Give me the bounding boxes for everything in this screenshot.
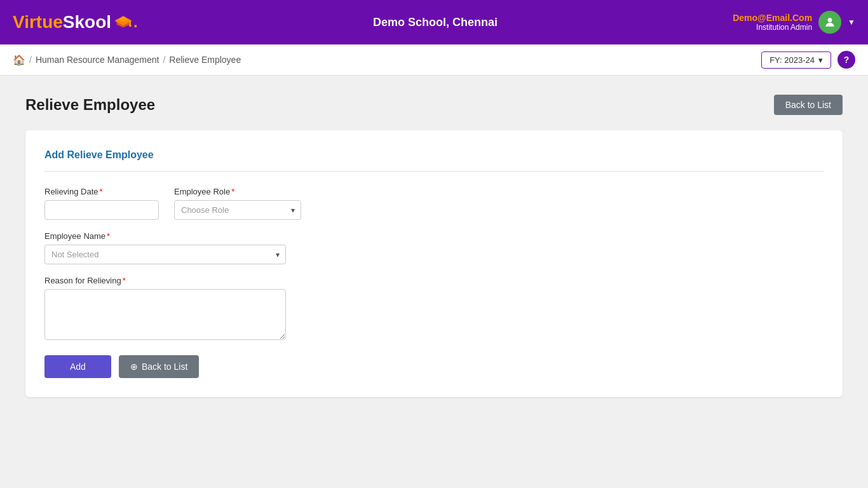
employee-name-group: Employee Name* Not Selected ▾ [44,231,286,264]
person-icon [824,16,836,29]
employee-name-label: Employee Name* [44,231,286,241]
help-button[interactable]: ? [837,51,855,69]
form-row-2: Employee Name* Not Selected ▾ [44,231,824,264]
breadcrumb-hrm[interactable]: Human Resource Management [36,55,159,65]
form-divider [44,171,824,172]
back-to-list-button[interactable]: ⊕ Back to List [119,355,199,378]
logo-virtue: Virtue [13,12,63,32]
logo-skool: Skool [63,12,111,32]
back-to-list-top-button[interactable]: Back to List [774,95,843,115]
relieving-date-group: Relieving Date* [44,187,159,220]
breadcrumb-right: FY: 2023-24 ▾ ? [761,51,855,69]
employee-role-select[interactable]: Choose Role [174,200,301,220]
user-email: Demo@Email.Com [733,13,812,23]
back-list-icon: ⊕ [130,362,138,372]
user-info: Demo@Email.Com Institution Admin [733,13,812,32]
required-star-reason: * [123,276,126,285]
required-star-date: * [100,187,103,196]
add-button[interactable]: Add [44,355,111,378]
required-star-role: * [231,187,234,196]
breadcrumb-sep-2: / [163,55,165,65]
reason-group: Reason for Relieving* [44,276,286,340]
header: VirtueSkool . Demo School, Chennai Demo@… [0,0,868,44]
relieving-date-input[interactable] [44,200,159,220]
user-dropdown-arrow[interactable]: ▼ [848,18,855,27]
form-row-1: Relieving Date* Employee Role* Choose Ro… [44,187,824,220]
required-star-name: * [107,231,110,241]
page-header: Relieve Employee Back to List [25,95,843,115]
back-list-label: Back to List [142,362,187,372]
form-section-title: Add Relieve Employee [44,149,824,161]
employee-role-label: Employee Role* [174,187,301,196]
form-row-3: Reason for Relieving* [44,276,824,340]
header-user-section: Demo@Email.Com Institution Admin ▼ [733,11,855,34]
main-content: Relieve Employee Back to List Add Reliev… [0,76,868,416]
reason-label: Reason for Relieving* [44,276,286,285]
relieving-date-label: Relieving Date* [44,187,159,196]
employee-role-group: Employee Role* Choose Role ▾ [174,187,301,220]
svg-point-3 [129,24,132,27]
home-icon[interactable]: 🏠 [13,54,25,66]
logo: VirtueSkool . [13,12,138,32]
breadcrumb-current: Relieve Employee [169,55,241,65]
fy-selector[interactable]: FY: 2023-24 ▾ [761,51,831,69]
avatar[interactable] [818,11,841,34]
breadcrumb-bar: 🏠 / Human Resource Management / Relieve … [0,44,868,76]
name-select-wrapper: Not Selected ▾ [44,245,286,264]
form-actions: Add ⊕ Back to List [44,355,824,378]
breadcrumb-sep-1: / [29,55,32,65]
logo-dot: . [133,13,138,31]
graduation-cap-icon [114,15,133,30]
svg-point-4 [828,18,832,22]
user-role: Institution Admin [756,23,812,32]
page-title: Relieve Employee [25,96,155,114]
fy-dropdown-icon: ▾ [818,55,823,65]
form-card: Add Relieve Employee Relieving Date* Emp… [25,130,843,397]
school-name: Demo School, Chennai [373,16,498,29]
reason-textarea[interactable] [44,289,286,340]
employee-name-select[interactable]: Not Selected [44,245,286,264]
breadcrumb: 🏠 / Human Resource Management / Relieve … [13,54,241,66]
fy-label: FY: 2023-24 [770,55,815,65]
role-select-wrapper: Choose Role ▾ [174,200,301,220]
